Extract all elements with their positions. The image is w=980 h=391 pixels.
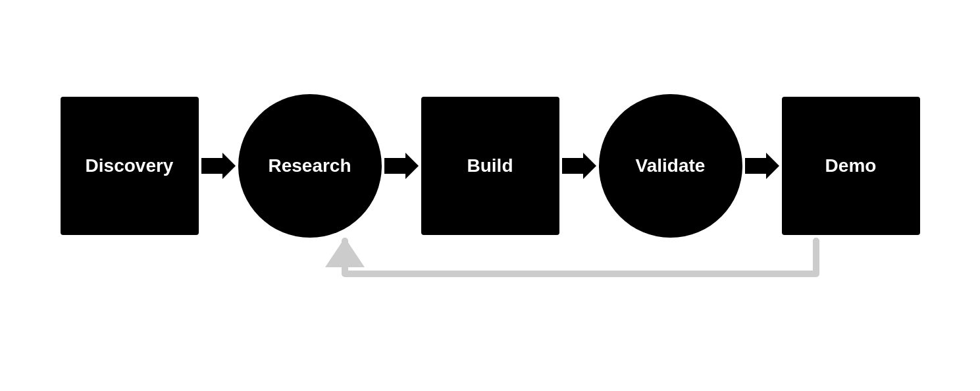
arrow-1-icon [201, 153, 236, 179]
feedback-arrow-container [95, 238, 885, 297]
discovery-label: Discovery [86, 155, 174, 176]
build-label: Build [467, 155, 513, 176]
validate-node: Validate [599, 94, 742, 238]
feedback-line [345, 241, 816, 274]
arrow-3-icon [562, 153, 596, 179]
build-node: Build [421, 97, 559, 235]
arrow-3 [559, 153, 599, 179]
arrow-2 [382, 153, 421, 179]
process-diagram: Discovery Research Build [61, 94, 920, 297]
arrow-4-icon [745, 153, 779, 179]
arrow-2-icon [384, 153, 419, 179]
feedback-arrowhead [325, 238, 365, 267]
feedback-arrow-svg [95, 238, 885, 297]
svg-marker-2 [562, 153, 596, 179]
arrow-1 [199, 153, 238, 179]
svg-marker-0 [201, 153, 236, 179]
arrow-4 [742, 153, 782, 179]
demo-label: Demo [825, 155, 877, 176]
svg-marker-3 [745, 153, 779, 179]
research-node: Research [238, 94, 382, 238]
research-label: Research [268, 155, 351, 176]
svg-marker-1 [384, 153, 419, 179]
discovery-node: Discovery [61, 97, 199, 235]
demo-node: Demo [782, 97, 920, 235]
main-flow-row: Discovery Research Build [61, 94, 920, 238]
validate-label: Validate [636, 155, 706, 176]
